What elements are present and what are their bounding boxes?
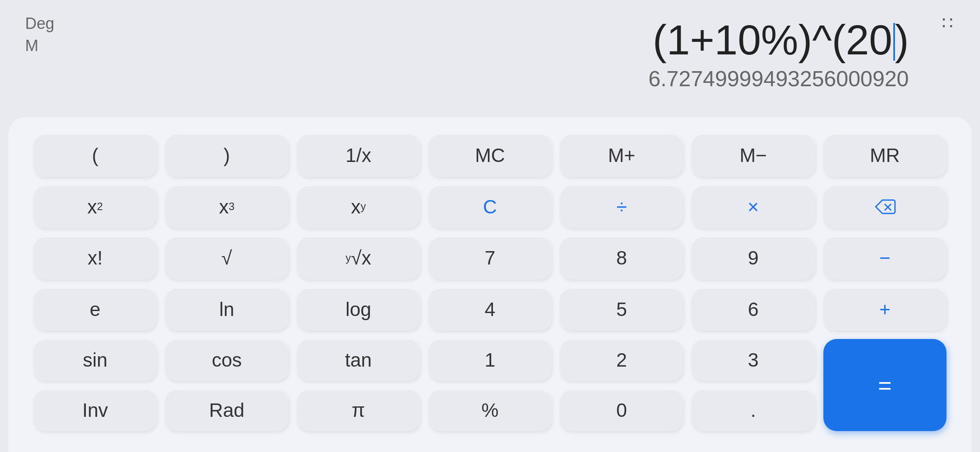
log-button[interactable]: log [297, 288, 420, 331]
seven-button[interactable]: 7 [428, 236, 552, 280]
rad-button[interactable]: Rad [165, 389, 288, 431]
multiply-button[interactable]: × [691, 185, 815, 229]
eight-button[interactable]: 8 [560, 236, 683, 280]
four-button[interactable]: 4 [428, 288, 552, 331]
sqrt-button[interactable]: √ [165, 236, 288, 280]
display-area: Deg M (1+10%)^(20) 6.7274999949325600092… [0, 0, 980, 117]
minus-button[interactable]: − [823, 236, 946, 280]
percent-button[interactable]: % [428, 389, 552, 431]
inv-button[interactable]: Inv [34, 389, 157, 431]
divide-button[interactable]: ÷ [560, 185, 683, 229]
expression-display: (1+10%)^(20) 6.72749999493256000920 [25, 13, 955, 91]
button-row-3: x! √ y√x 7 8 9 − [34, 236, 946, 280]
tan-button[interactable]: tan [297, 339, 420, 381]
x-squared-button[interactable]: x2 [34, 185, 157, 229]
six-button[interactable]: 6 [691, 288, 815, 331]
mc-button[interactable]: MC [428, 134, 552, 177]
cursor [893, 23, 895, 61]
mr-button[interactable]: MR [823, 134, 946, 177]
calc-body: ( ) 1/x MC M+ M− MR x2 x3 xy C ÷ × x! √ … [8, 117, 972, 452]
mminus-button[interactable]: M− [691, 134, 815, 177]
plus-button[interactable]: + [823, 288, 946, 331]
clear-button[interactable]: C [428, 185, 552, 229]
zero-button[interactable]: 0 [560, 389, 683, 431]
memory-mode: M [25, 35, 54, 57]
reciprocal-button[interactable]: 1/x [297, 134, 420, 177]
close-paren-button[interactable]: ) [165, 134, 288, 177]
expression-line: (1+10%)^(20) [25, 17, 909, 63]
mode-indicators: Deg M [25, 13, 54, 57]
expression-text: (1+10%)^(20 [652, 16, 892, 63]
button-row-2: x2 x3 xy C ÷ × [34, 185, 946, 229]
pi-button[interactable]: π [297, 389, 420, 431]
sin-button[interactable]: sin [34, 339, 157, 381]
nth-root-button[interactable]: y√x [297, 236, 420, 280]
backspace-button[interactable] [823, 185, 946, 229]
mplus-button[interactable]: M+ [560, 134, 683, 177]
two-button[interactable]: 2 [560, 339, 683, 381]
three-button[interactable]: 3 [691, 339, 815, 381]
equals-button[interactable]: = [823, 339, 946, 431]
button-rows-5-6: sincostan123=InvRadπ%0. [34, 339, 946, 431]
button-row-4: e ln log 4 5 6 + [34, 288, 946, 331]
x-cubed-button[interactable]: x3 [165, 185, 288, 229]
result-line: 6.72749999493256000920 [25, 66, 909, 91]
ln-button[interactable]: ln [165, 288, 288, 331]
button-row-1: ( ) 1/x MC M+ M− MR [34, 134, 946, 177]
factorial-button[interactable]: x! [34, 236, 157, 280]
x-power-y-button[interactable]: xy [297, 185, 420, 229]
open-paren-button[interactable]: ( [34, 134, 157, 177]
decimal-button[interactable]: . [691, 389, 815, 431]
nine-button[interactable]: 9 [691, 236, 815, 280]
cos-button[interactable]: cos [165, 339, 288, 381]
menu-icon[interactable]: ∷ [942, 13, 955, 33]
euler-button[interactable]: e [34, 288, 157, 331]
one-button[interactable]: 1 [428, 339, 552, 381]
degree-mode: Deg [25, 13, 54, 35]
five-button[interactable]: 5 [560, 288, 683, 331]
